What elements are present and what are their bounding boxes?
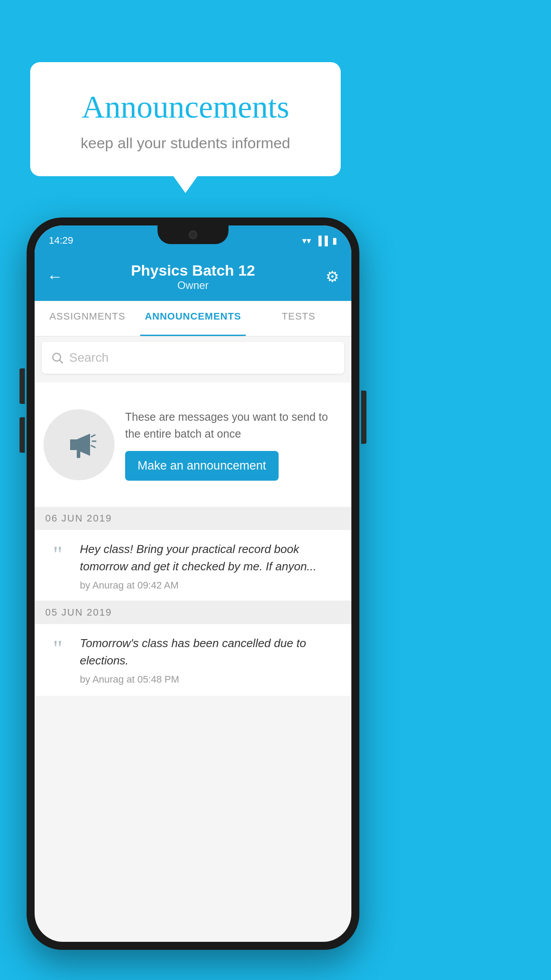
volume-down-button: [20, 417, 25, 453]
announcement-meta-1: by Anurag at 09:42 AM: [80, 580, 342, 591]
wifi-icon: ▾▾: [302, 235, 311, 246]
svg-rect-4: [77, 450, 80, 458]
date-label-june5: 05 JUN 2019: [45, 607, 112, 618]
volume-up-button: [20, 368, 25, 404]
announcement-content-1: Hey class! Bring your practical record b…: [80, 541, 342, 591]
svg-line-7: [91, 446, 95, 447]
promo-right-content: These are messages you want to send to t…: [125, 409, 342, 481]
promo-area: These are messages you want to send to t…: [35, 383, 351, 507]
app-header: ← Physics Batch 12 Owner ⚙: [35, 252, 351, 301]
announcement-item-2[interactable]: " Tomorrow's class has been cancelled du…: [35, 624, 351, 696]
speech-bubble-card: Announcements keep all your students inf…: [30, 62, 341, 176]
promo-description: These are messages you want to send to t…: [125, 409, 342, 442]
power-button: [361, 391, 366, 444]
speech-bubble-title: Announcements: [52, 89, 319, 126]
search-placeholder: Search: [69, 351, 109, 365]
make-announcement-button[interactable]: Make an announcement: [125, 451, 279, 481]
tab-tests[interactable]: TESTS: [246, 301, 351, 336]
speech-bubble-container: Announcements keep all your students inf…: [30, 62, 341, 176]
announcement-content-2: Tomorrow's class has been cancelled due …: [80, 635, 342, 685]
tab-assignments[interactable]: ASSIGNMENTS: [35, 301, 140, 336]
speech-bubble-subtitle: keep all your students informed: [52, 134, 319, 152]
front-camera: [189, 230, 197, 239]
megaphone-icon-circle: [43, 409, 114, 480]
status-icons: ▾▾ ▐▐ ▮: [302, 232, 337, 246]
batch-role: Owner: [69, 279, 317, 292]
back-button[interactable]: ←: [47, 267, 69, 286]
svg-line-1: [60, 360, 63, 364]
phone-screen: 14:29 ▾▾ ▐▐ ▮ ← Physics Batch 12 Owner ⚙…: [35, 225, 351, 942]
phone-notch: [157, 225, 228, 244]
settings-icon[interactable]: ⚙: [317, 268, 339, 285]
search-icon: [51, 351, 64, 364]
search-bar[interactable]: Search: [42, 342, 344, 374]
signal-icon: ▐▐: [315, 236, 328, 246]
svg-point-0: [53, 353, 61, 361]
announcement-message-2: Tomorrow's class has been cancelled due …: [80, 635, 342, 669]
date-separator-june5: 05 JUN 2019: [35, 601, 351, 624]
svg-line-5: [91, 435, 95, 437]
batch-title: Physics Batch 12: [69, 262, 317, 279]
quote-icon-2: ": [43, 635, 72, 663]
svg-marker-2: [70, 439, 77, 450]
announcement-item-1[interactable]: " Hey class! Bring your practical record…: [35, 530, 351, 601]
announcement-meta-2: by Anurag at 05:48 PM: [80, 674, 342, 685]
phone-mockup: 14:29 ▾▾ ▐▐ ▮ ← Physics Batch 12 Owner ⚙…: [27, 217, 359, 950]
tabs-bar: ASSIGNMENTS ANNOUNCEMENTS TESTS: [35, 301, 351, 336]
header-center: Physics Batch 12 Owner: [69, 262, 317, 292]
status-time: 14:29: [49, 231, 73, 246]
megaphone-icon: [61, 427, 97, 462]
tab-announcements[interactable]: ANNOUNCEMENTS: [140, 301, 246, 336]
battery-icon: ▮: [332, 235, 337, 246]
date-label-june6: 06 JUN 2019: [45, 513, 112, 524]
date-separator-june6: 06 JUN 2019: [35, 507, 351, 530]
announcement-message-1: Hey class! Bring your practical record b…: [80, 541, 342, 575]
quote-icon-1: ": [43, 541, 72, 569]
